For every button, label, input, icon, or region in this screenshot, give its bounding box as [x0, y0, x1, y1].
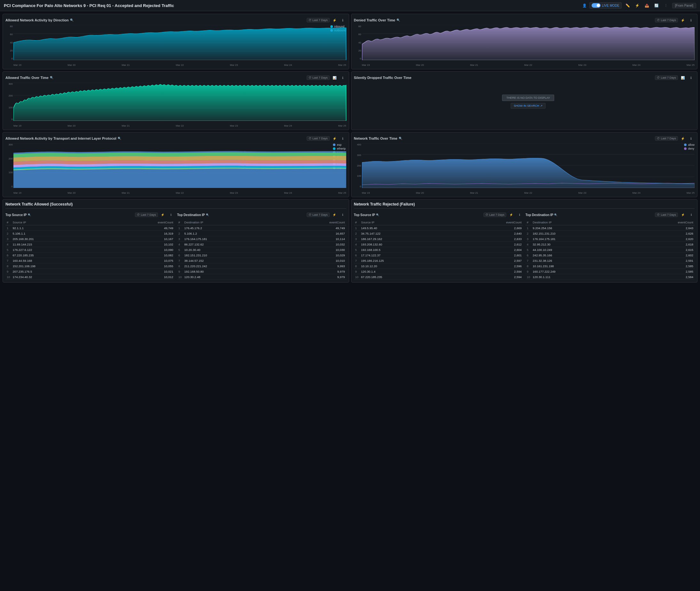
- allowed-source-controls: ⏱ Last 7 Days ⚡ ℹ: [135, 211, 175, 218]
- live-mode-toggle[interactable]: [592, 3, 600, 8]
- net-traffic-chart: allow deny 4003002001000: [354, 143, 695, 194]
- denied-traffic-chart: 806040200: [354, 25, 695, 66]
- top-bar-controls: 👤 LIVE MODE ✏️ ⚡ 📤 🔄 ⋮ [From Panel]: [582, 2, 696, 9]
- search-icon-rejected-dst[interactable]: 🔍: [554, 213, 558, 216]
- chart-header-dropped: Silently Dropped Traffic Over Time ⏱ Las…: [354, 74, 695, 81]
- filter-rejected-dst[interactable]: ⚡: [679, 211, 686, 218]
- table-row: 9207.235.176.510,021: [5, 269, 175, 274]
- allowed-dest-table: # Destination IP eventCount 1176.45.176.…: [177, 219, 346, 280]
- protocol-time-badge[interactable]: ⏱ Last 7 Days: [307, 136, 330, 141]
- filter-rejected-src[interactable]: ⚡: [508, 211, 515, 218]
- info-btn-denied[interactable]: ℹ: [688, 17, 695, 24]
- net-traffic-time[interactable]: ⏱ Last 7 Days: [655, 136, 678, 141]
- filter-allowed-src[interactable]: ⚡: [159, 211, 166, 218]
- protocol-chart-svg: [13, 143, 346, 188]
- allowed-tables-inner: Top Source IP 🔍 ⏱ Last 7 Days ⚡ ℹ: [5, 211, 346, 280]
- info-allowed-src[interactable]: ℹ: [168, 211, 175, 218]
- filter-allowed-dst[interactable]: ⚡: [331, 211, 338, 218]
- table-row: 4193.208.132.602,612: [354, 242, 523, 247]
- filter-btn-allowed-time[interactable]: 📊: [331, 74, 338, 81]
- info-btn-dropped[interactable]: ℹ: [688, 74, 695, 81]
- table-row: 9120.30.1.42,594: [354, 269, 523, 274]
- allowed-activity-chart: inbound outbound 806040200: [5, 25, 346, 66]
- tables-row: Network Traffic Allowed (Successful) Top…: [3, 199, 697, 282]
- show-in-search-btn[interactable]: SHOW IN SEARCH ↗: [511, 103, 545, 109]
- info-btn-net[interactable]: ℹ: [688, 135, 695, 142]
- silently-dropped-chart: THERE IS NO DATA TO DISPLAY SHOW IN SEAR…: [354, 82, 695, 127]
- rejected-dest-header: Top Destination IP 🔍 ⏱ Last 7 Days ⚡ ℹ: [525, 211, 695, 218]
- table-row: 6242.95.35.1662,602: [525, 253, 695, 258]
- live-mode-badge[interactable]: LIVE MODE: [589, 2, 621, 9]
- no-data-message: THERE IS NO DATA TO DISPLAY: [502, 94, 554, 101]
- dropped-time-badge[interactable]: ⏱ Last 7 Days: [655, 75, 678, 80]
- search-icon-rejected-src[interactable]: 🔍: [376, 213, 379, 216]
- more-options-icon[interactable]: ⋮: [662, 2, 669, 9]
- net-traffic-svg: [362, 143, 695, 188]
- table-row: 5192.168.100.52,604: [354, 247, 523, 253]
- info-rejected-dst[interactable]: ℹ: [688, 211, 695, 218]
- table-row: 810.10.12.202,596: [354, 263, 523, 269]
- net-traffic-title: Network Traffic Over Time 🔍: [354, 136, 402, 140]
- table-row: 9160.177.222.2492,585: [525, 269, 695, 274]
- rejected-source-header: Top Source IP 🔍 ⏱ Last 7 Days ⚡ ℹ: [354, 211, 523, 218]
- search-icon-allowed[interactable]: 🔍: [70, 18, 73, 22]
- refresh-icon[interactable]: 🔄: [653, 2, 660, 9]
- col-event-count-allowed-dst: eventCount: [278, 219, 346, 225]
- share-icon[interactable]: 📤: [643, 2, 650, 9]
- col-source-ip-rej: Source IP: [360, 219, 455, 225]
- filter-btn-dropped[interactable]: 📊: [679, 74, 686, 81]
- allowed-source-time[interactable]: ⏱ Last 7 Days: [135, 212, 158, 217]
- allowed-tables-title: Network Traffic Allowed (Successful): [5, 202, 346, 209]
- rejected-dest-time[interactable]: ⏱ Last 7 Days: [655, 212, 678, 217]
- table-row: 738.144.57.15210,010: [177, 258, 346, 263]
- search-icon-allowed-time[interactable]: 🔍: [50, 76, 53, 79]
- charts-row-3: Allowed Network Activity by Transport an…: [3, 132, 697, 197]
- filter-icon[interactable]: ⚡: [634, 2, 641, 9]
- denied-traffic-time[interactable]: ⏱ Last 7 Days: [655, 18, 678, 22]
- search-icon-denied[interactable]: 🔍: [397, 18, 400, 22]
- rejected-source-time[interactable]: ⏱ Last 7 Days: [483, 212, 507, 217]
- filter-btn-denied[interactable]: ⚡: [679, 17, 686, 24]
- chart-header-allowed-time: Allowed Traffic Over Time 🔍 ⏱ Last 7 Day…: [5, 74, 346, 81]
- table-row: 7195.186.216.1252,597: [354, 258, 523, 263]
- y-axis-dropped: [354, 82, 362, 121]
- table-row: 486.227.132.6210,032: [177, 242, 346, 247]
- edit-icon[interactable]: ✏️: [624, 2, 631, 9]
- info-rejected-src[interactable]: ℹ: [516, 211, 523, 218]
- allowed-traffic-time-svg: [13, 82, 346, 121]
- rejected-tables-title: Network Traffic Rejected (Failure): [354, 202, 695, 209]
- allowed-protocol-title: Allowed Network Activity by Transport an…: [5, 136, 121, 140]
- search-icon-protocol[interactable]: 🔍: [118, 137, 121, 140]
- info-allowed-dst[interactable]: ℹ: [339, 211, 346, 218]
- table-row: 3176.164.175.1812,620: [525, 236, 695, 242]
- x-axis-net: Mar 19Mar 20Mar 21Mar 22Mar 23Mar 24Mar …: [362, 191, 695, 194]
- table-row: 234.75.147.1222,640: [354, 231, 523, 236]
- panel-label: [From Panel]: [672, 3, 696, 8]
- col-num-allowed-src: #: [5, 219, 11, 225]
- table-row: 25.106.1.116,319: [5, 231, 175, 236]
- chart-header-allowed-activity: Allowed Network Activity by Direction 🔍 …: [5, 17, 346, 24]
- filter-btn-protocol[interactable]: ⚡: [331, 135, 338, 142]
- table-row: 544.100.10.2492,615: [525, 247, 695, 253]
- y-axis-allowed-time: 3002001000: [5, 82, 13, 121]
- no-data-overlay: THERE IS NO DATA TO DISPLAY SHOW IN SEAR…: [362, 82, 695, 121]
- allowed-time-badge[interactable]: ⏱ Last 7 Days: [307, 75, 330, 80]
- filter-btn-1[interactable]: ⚡: [331, 17, 338, 24]
- search-icon-allowed-src[interactable]: 🔍: [28, 213, 31, 216]
- y-axis-net: 4003002001000: [354, 143, 362, 188]
- allowed-activity-time[interactable]: ⏱ Last 7 Days: [307, 18, 330, 22]
- info-btn-protocol[interactable]: ℹ: [339, 135, 346, 142]
- filter-btn-net[interactable]: ⚡: [679, 135, 686, 142]
- info-btn-allowed-time[interactable]: ℹ: [339, 74, 346, 81]
- search-icon-allowed-dst[interactable]: 🔍: [206, 213, 209, 216]
- allowed-network-activity-panel: Allowed Network Activity by Direction 🔍 …: [3, 14, 349, 69]
- allowed-dest-title: Top Destination IP 🔍: [177, 213, 209, 217]
- table-row: 432.95.212.302,618: [525, 242, 695, 247]
- allowed-dest-time[interactable]: ⏱ Last 7 Days: [307, 212, 330, 217]
- allowed-traffic-time-chart: 3002001000: [5, 82, 346, 127]
- search-icon-net[interactable]: 🔍: [399, 137, 402, 140]
- col-event-count-rej-src: eventCount: [455, 219, 523, 225]
- col-dest-ip-allowed: Destination IP: [183, 219, 278, 225]
- denied-traffic-title: Denied Traffic Over Time 🔍: [354, 18, 400, 22]
- info-btn-1[interactable]: ℹ: [339, 17, 346, 24]
